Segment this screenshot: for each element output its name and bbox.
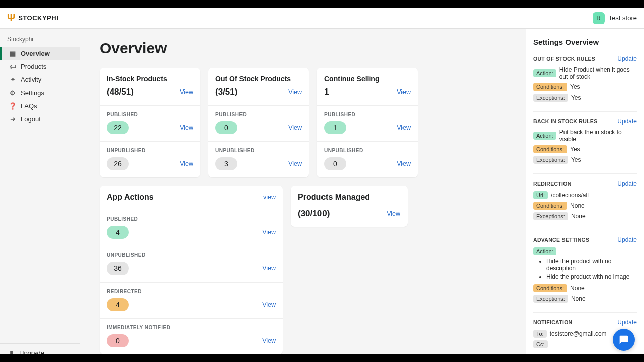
update-link[interactable]: Update [617,319,637,326]
view-link[interactable]: View [288,124,302,131]
activity-icon: ✦ [9,75,17,83]
view-link[interactable]: View [397,88,411,96]
conditions-tag: Conditions: [533,83,567,91]
sidebar-item-label: FAQs [21,102,37,110]
view-link[interactable]: View [387,210,400,217]
unpublished-count: 26 [107,157,129,170]
unpublished-label: UNPUBLISHED [107,252,276,258]
card-value: (3/51) [215,87,237,97]
sidebar-item-logout[interactable]: ➜ Logout [0,112,80,125]
view-link[interactable]: View [288,160,302,167]
action-tag: Action: [533,247,556,255]
logout-icon: ➜ [9,115,17,123]
published-count: 22 [107,121,129,134]
sidebar-item-faqs[interactable]: ❓ FAQs [0,99,80,112]
card-title: Products Managed [298,193,400,202]
brand-name: STOCKYPHI [18,14,58,22]
conditions-value: None [570,285,585,292]
card-value: (30/100) [298,209,330,219]
to-tag: To: [533,330,547,338]
brand-icon: Ψ [7,12,15,24]
view-link[interactable]: View [397,160,411,167]
sidebar-item-label: Overview [21,50,50,57]
published-count: 0 [215,121,237,134]
sidebar: Stockyphi ▦ Overview 🏷 Products ✦ Activi… [0,29,80,362]
exceptions-value: None [571,213,586,220]
sidebar-item-products[interactable]: 🏷 Products [0,60,80,73]
card-title: Continue Selling [324,75,411,83]
exceptions-value: Yes [571,156,581,163]
sidebar-heading: Stockyphi [0,34,80,47]
to-value: teststore@gmail.com [550,330,607,337]
unpublished-count: 3 [215,157,237,170]
exceptions-tag: Exceptions: [533,295,568,303]
chat-widget-button[interactable] [613,329,635,351]
view-link[interactable]: View [180,88,193,96]
unpublished-label: UNPUBLISHED [215,148,302,153]
view-link[interactable]: View [397,124,411,131]
action-value: Hide Product when it goes out of stock [559,66,637,80]
sidebar-item-label: Settings [21,89,44,97]
card-app-actions: App Actions view PUBLISHED 4 View UNPUBL… [100,186,283,354]
conditions-value: Yes [570,146,580,153]
view-link[interactable]: View [262,229,276,236]
main-content: Overview In-Stock Products (48/51) View … [80,29,526,362]
view-link[interactable]: View [288,88,302,96]
list-item: Hide the product with no description [546,258,637,272]
update-link[interactable]: Update [617,118,637,125]
panel-title: Settings Overview [533,38,637,46]
action-tag: Action: [533,132,556,140]
exceptions-value: Yes [571,94,581,101]
conditions-value: Yes [570,83,580,90]
exceptions-tag: Exceptions: [533,94,568,102]
conditions-tag: Conditions: [533,145,567,153]
published-label: PUBLISHED [107,216,276,222]
section-bis-rules: BACK IN STOCK RULES Update Action:Put ba… [533,118,637,174]
update-link[interactable]: Update [617,236,637,243]
update-link[interactable]: Update [617,180,637,187]
view-link[interactable]: View [180,160,193,167]
sidebar-item-activity[interactable]: ✦ Activity [0,73,80,86]
conditions-value: None [570,202,585,209]
published-count: 4 [107,226,129,239]
conditions-tag: Conditions: [533,284,567,292]
sidebar-item-label: Activity [21,76,41,83]
url-value: /collections/all [551,192,589,199]
update-link[interactable]: Update [617,55,637,62]
view-link[interactable]: View [262,301,276,308]
unpublished-count: 0 [324,157,346,170]
card-value: 1 [324,87,329,97]
top-black-bar [0,0,644,8]
card-title: In-Stock Products [107,75,193,83]
card-continue-selling: Continue Selling 1 View PUBLISHED 1 View [317,68,418,177]
sidebar-item-settings[interactable]: ⚙ Settings [0,86,80,99]
settings-icon: ⚙ [9,88,17,97]
cc-tag: Cc: [533,340,548,348]
sidebar-item-label: Products [21,63,46,70]
section-title: OUT OF STOCK RULES [533,56,595,62]
url-tag: Url: [533,191,548,199]
published-label: PUBLISHED [215,112,302,117]
help-icon: ❓ [9,102,17,110]
advance-action-list: Hide the product with no description Hid… [533,258,637,280]
published-count: 1 [324,121,346,134]
sidebar-item-label: Logout [21,115,41,123]
view-link[interactable]: View [262,337,276,344]
published-label: PUBLISHED [107,112,193,117]
card-title: Out Of Stock Products [215,75,302,83]
brand-logo[interactable]: Ψ STOCKYPHI [7,12,58,24]
section-advance-settings: ADVANCE SETTINGS Update Action: Hide the… [533,236,637,313]
sidebar-item-overview[interactable]: ▦ Overview [0,47,80,60]
view-link[interactable]: view [263,194,276,201]
store-avatar: R [593,12,605,24]
unpublished-label: UNPUBLISHED [107,148,193,153]
conditions-tag: Conditions: [533,202,567,210]
products-icon: 🏷 [9,62,17,70]
card-products-managed: Products Managed (30/100) View [291,186,408,227]
view-link[interactable]: View [262,265,276,272]
action-tag: Action: [533,69,556,77]
view-link[interactable]: View [180,124,193,131]
store-switcher[interactable]: R Test store [593,12,637,24]
exceptions-tag: Exceptions: [533,212,568,220]
store-name: Test store [609,14,637,22]
